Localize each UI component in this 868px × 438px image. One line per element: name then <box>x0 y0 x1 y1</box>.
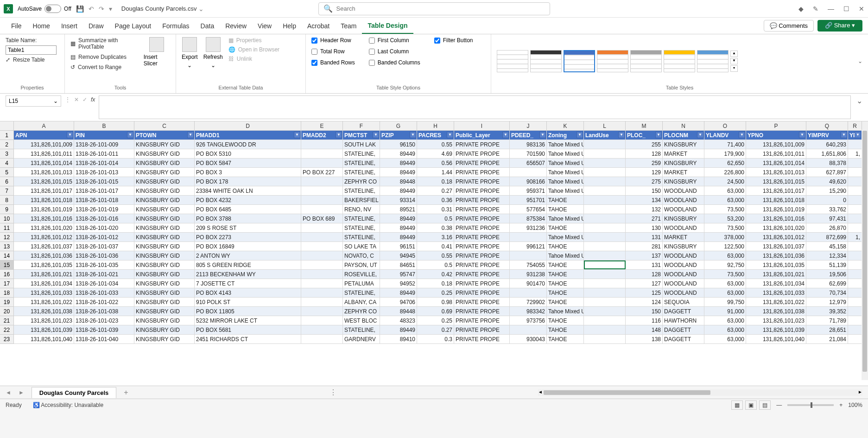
cell[interactable]: 62,650 <box>704 159 746 167</box>
undo-icon[interactable]: ↶ <box>89 5 94 13</box>
cell[interactable]: Tahoe Mixed Use <box>547 307 584 316</box>
cell[interactable] <box>584 270 626 279</box>
tablename-input[interactable] <box>6 45 57 55</box>
row-header[interactable]: 16 <box>0 270 14 279</box>
col-header-B[interactable]: B <box>74 121 134 130</box>
cell[interactable]: 209 S ROSE ST <box>195 223 301 232</box>
cell[interactable]: PO BOX 689 <box>301 214 343 223</box>
cell[interactable]: PRIVATE PROPE <box>454 279 510 288</box>
cell[interactable]: 150 <box>626 307 663 316</box>
cell[interactable] <box>301 325 343 334</box>
cell[interactable]: WOODLAND <box>663 186 704 195</box>
cell[interactable] <box>510 233 547 241</box>
cell[interactable]: 1318-26-101-021 <box>74 270 134 279</box>
cell[interactable]: 93314 <box>380 196 417 204</box>
cell[interactable]: KINGSBURY <box>663 214 704 223</box>
cell[interactable]: 51,139 <box>806 260 848 269</box>
cell[interactable]: 48323 <box>380 316 417 325</box>
cell[interactable]: SO LAKE TA <box>343 242 380 251</box>
cell[interactable]: 875384 <box>510 214 547 223</box>
styles-more-icon[interactable]: ▾ <box>730 65 738 72</box>
cell[interactable]: 275 <box>626 177 663 186</box>
cell[interactable] <box>301 260 343 269</box>
col-header-K[interactable]: K <box>547 121 584 130</box>
row-header[interactable]: 21 <box>0 316 14 325</box>
cell[interactable]: 131,826,101,040 <box>14 335 74 343</box>
table-header[interactable]: Zoning▼ <box>547 131 584 140</box>
table-header[interactable]: PIN▼ <box>74 131 134 140</box>
cell[interactable]: HAWTHORN <box>663 316 704 325</box>
cell[interactable]: 131,826,101,012 <box>14 233 74 241</box>
cell[interactable]: KINGSBURY GID <box>134 186 195 195</box>
cell[interactable]: 131,826,101,015 <box>746 177 806 186</box>
filter-icon[interactable]: ▼ <box>373 132 379 138</box>
cell[interactable]: 89449 <box>380 159 417 167</box>
cell[interactable]: 1318-26-101-016 <box>74 214 134 223</box>
horizontal-scrollbar[interactable]: ◄ ► <box>538 389 862 396</box>
sheet-nav-prev-icon[interactable]: ◄ <box>6 389 11 396</box>
cell[interactable]: 1, <box>848 233 862 241</box>
cell[interactable] <box>584 177 626 186</box>
view-layout-icon[interactable]: ▣ <box>745 400 757 410</box>
cell[interactable]: 73,500 <box>704 205 746 214</box>
cell[interactable]: 901470 <box>510 279 547 288</box>
cell[interactable]: PRIVATE PROPE <box>454 298 510 306</box>
cell[interactable]: 131,826,101,017 <box>746 186 806 195</box>
table-header[interactable]: PMADD1▼ <box>195 131 301 140</box>
cell[interactable]: 281 <box>626 242 663 251</box>
cell[interactable]: 63,000 <box>704 251 746 260</box>
cell[interactable]: Tahoe Mixed Use <box>547 214 584 223</box>
cell[interactable]: 116 <box>626 316 663 325</box>
ribbon-tab-team[interactable]: Team <box>335 19 362 33</box>
row-header[interactable]: 17 <box>0 279 14 288</box>
cell[interactable]: 39,352 <box>806 307 848 316</box>
cell[interactable]: PO BOX 16849 <box>195 242 301 251</box>
cell[interactable]: WOODLAND <box>663 279 704 288</box>
cell[interactable]: KINGSBURY GID <box>134 233 195 241</box>
cell[interactable]: 95747 <box>380 270 417 279</box>
cell[interactable]: 134 <box>626 196 663 204</box>
cell[interactable]: 131,826,101,011 <box>746 149 806 158</box>
table-header[interactable]: PMADD2▼ <box>301 131 343 140</box>
cell[interactable]: 983136 <box>510 140 547 149</box>
row-header[interactable]: 8 <box>0 196 14 205</box>
cell[interactable]: KINGSBURY GID <box>134 279 195 288</box>
cell[interactable]: PRIVATE PROPE <box>454 260 510 269</box>
cell[interactable]: 1, <box>848 149 862 158</box>
col-header-M[interactable]: M <box>626 121 663 130</box>
row-header[interactable]: 22 <box>0 325 14 335</box>
ribbon-tab-view[interactable]: View <box>252 19 277 33</box>
cell[interactable]: MARKET <box>663 149 704 158</box>
cell[interactable]: PRIVATE PROPE <box>454 270 510 279</box>
cell[interactable]: TAHOE <box>547 260 584 269</box>
filter-icon[interactable]: ▼ <box>410 132 416 138</box>
table-header[interactable]: LandUse▼ <box>584 131 626 140</box>
view-break-icon[interactable]: ▤ <box>759 400 771 410</box>
cell[interactable]: 91,000 <box>704 307 746 316</box>
row-header[interactable]: 12 <box>0 233 14 242</box>
cell[interactable]: 0.25 <box>417 316 454 325</box>
cell[interactable]: PRIVATE PROPE <box>454 233 510 241</box>
table-header[interactable]: Public_Layer▼ <box>454 131 510 140</box>
cell[interactable] <box>301 205 343 214</box>
cell[interactable] <box>584 214 626 223</box>
cell[interactable]: 179,900 <box>704 149 746 158</box>
cell[interactable]: 996121 <box>510 242 547 251</box>
cell[interactable]: 1318-26-101-014 <box>74 159 134 167</box>
cell[interactable]: 137 <box>626 251 663 260</box>
cell[interactable]: 908166 <box>510 177 547 186</box>
insert-slicer-button[interactable]: Insert Slicer <box>144 37 170 67</box>
cell[interactable]: 1.44 <box>417 168 454 177</box>
cell[interactable]: 23384 WHITE OAK LN <box>195 186 301 195</box>
col-header-G[interactable]: G <box>380 121 417 130</box>
cell[interactable]: 131,826,101,017 <box>14 186 74 195</box>
cell[interactable]: 63,000 <box>704 196 746 204</box>
cell[interactable]: 131,826,101,035 <box>14 260 74 269</box>
cell[interactable] <box>301 279 343 288</box>
cell[interactable]: 89448 <box>380 307 417 316</box>
cell[interactable]: 97,431 <box>806 214 848 223</box>
cell[interactable]: 89449 <box>380 149 417 158</box>
cell[interactable]: 131,826,101,020 <box>14 223 74 232</box>
cell[interactable]: 378,000 <box>704 233 746 241</box>
cell[interactable]: BAKERSFIEL <box>343 196 380 204</box>
